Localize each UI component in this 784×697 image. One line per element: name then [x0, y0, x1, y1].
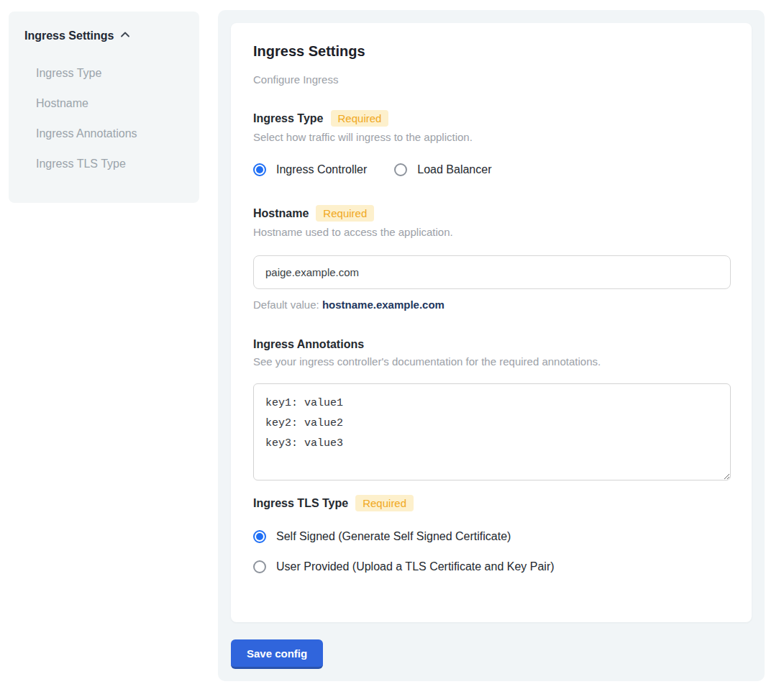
default-value-prefix: Default value:	[253, 299, 322, 311]
hostname-default-value: Default value: hostname.example.com	[253, 299, 729, 311]
self-signed-label: Self Signed (Generate Self Signed Certif…	[276, 530, 511, 543]
sidebar-section-toggle[interactable]: Ingress Settings	[24, 29, 183, 43]
hostname-input[interactable]	[253, 255, 731, 289]
ingress-settings-card: Ingress Settings Configure Ingress Ingre…	[231, 23, 752, 622]
main-panel: Ingress Settings Configure Ingress Ingre…	[218, 10, 765, 681]
section-hostname: Hostname Required Hostname used to acces…	[253, 205, 729, 311]
radio-ingress-controller[interactable]	[253, 163, 266, 176]
section-ingress-annotations: Ingress Annotations See your ingress con…	[253, 338, 729, 483]
ingress-tls-options: Self Signed (Generate Self Signed Certif…	[253, 530, 729, 573]
page-title: Ingress Settings	[253, 43, 729, 60]
ingress-type-description: Select how traffic will ingress to the a…	[253, 131, 729, 143]
load-balancer-option[interactable]: Load Balancer	[394, 163, 491, 176]
default-value-link[interactable]: hostname.example.com	[322, 299, 445, 311]
ingress-annotations-label: Ingress Annotations	[253, 338, 364, 351]
ingress-tls-type-label: Ingress TLS Type	[253, 497, 348, 510]
ingress-annotations-description: See your ingress controller's documentat…	[253, 355, 729, 368]
required-badge: Required	[355, 495, 414, 511]
self-signed-option[interactable]: Self Signed (Generate Self Signed Certif…	[253, 530, 729, 543]
save-config-button[interactable]: Save config	[231, 639, 323, 669]
sidebar-item-ingress-tls-type[interactable]: Ingress TLS Type	[24, 151, 183, 177]
radio-user-provided[interactable]	[253, 560, 266, 573]
hostname-label: Hostname	[253, 207, 309, 220]
section-ingress-type: Ingress Type Required Select how traffic…	[253, 110, 729, 176]
radio-self-signed[interactable]	[253, 530, 266, 543]
ingress-controller-option[interactable]: Ingress Controller	[253, 163, 367, 176]
sidebar-section-title: Ingress Settings	[24, 29, 114, 42]
user-provided-label: User Provided (Upload a TLS Certificate …	[276, 560, 555, 573]
ingress-controller-label: Ingress Controller	[276, 163, 367, 176]
sidebar-item-ingress-annotations[interactable]: Ingress Annotations	[24, 121, 183, 147]
ingress-annotations-textarea[interactable]: key1: value1 key2: value2 key3: value3	[253, 383, 731, 480]
sidebar-item-hostname[interactable]: Hostname	[24, 91, 183, 117]
ingress-type-label: Ingress Type	[253, 112, 324, 125]
load-balancer-label: Load Balancer	[417, 163, 491, 176]
hostname-description: Hostname used to access the application.	[253, 226, 729, 238]
user-provided-option[interactable]: User Provided (Upload a TLS Certificate …	[253, 560, 729, 573]
chevron-up-icon[interactable]	[119, 29, 131, 43]
page-subtitle: Configure Ingress	[253, 73, 729, 86]
sidebar-item-ingress-type[interactable]: Ingress Type	[24, 60, 183, 86]
required-badge: Required	[331, 110, 389, 127]
sidebar-items: Ingress Type Hostname Ingress Annotation…	[24, 60, 183, 177]
sidebar: Ingress Settings Ingress Type Hostname I…	[9, 12, 199, 203]
required-badge: Required	[316, 205, 374, 222]
section-ingress-tls-type: Ingress TLS Type Required Self Signed (G…	[253, 495, 729, 573]
radio-load-balancer[interactable]	[394, 163, 407, 176]
ingress-type-options: Ingress Controller Load Balancer	[253, 163, 729, 176]
page: Ingress Settings Ingress Type Hostname I…	[0, 0, 784, 697]
